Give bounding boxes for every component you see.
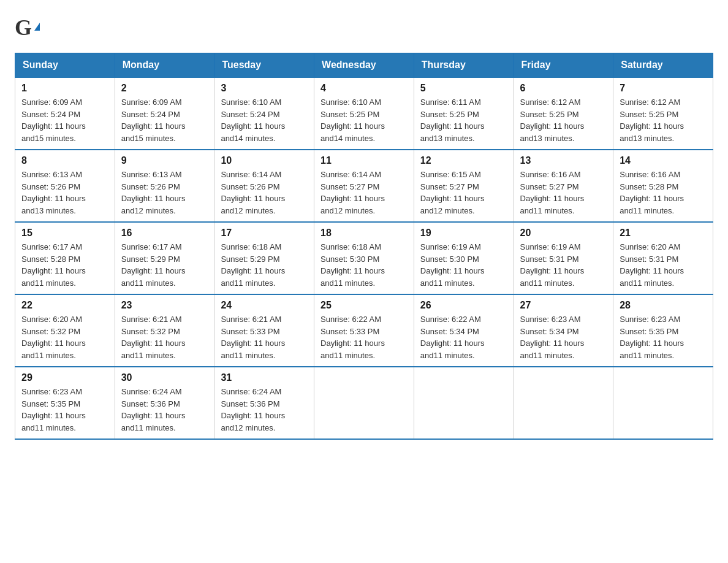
day-number: 2: [121, 83, 208, 94]
day-info: Sunrise: 6:13 AMSunset: 5:26 PMDaylight:…: [21, 169, 108, 216]
calendar-table: SundayMondayTuesdayWednesdayThursdayFrid…: [15, 53, 713, 440]
calendar-cell: 19 Sunrise: 6:19 AMSunset: 5:30 PMDaylig…: [414, 222, 514, 294]
day-number: 1: [21, 83, 108, 94]
day-number: 18: [320, 228, 408, 239]
day-number: 14: [620, 155, 707, 166]
day-number: 22: [21, 300, 108, 311]
day-number: 13: [520, 155, 607, 166]
calendar-cell: 27 Sunrise: 6:23 AMSunset: 5:34 PMDaylig…: [514, 294, 613, 367]
logo: G: [15, 15, 40, 40]
day-info: Sunrise: 6:23 AMSunset: 5:34 PMDaylight:…: [520, 313, 607, 361]
calendar-cell: 31 Sunrise: 6:24 AMSunset: 5:36 PMDaylig…: [214, 367, 314, 439]
page-header: G: [15, 15, 713, 40]
calendar-week-row: 29 Sunrise: 6:23 AMSunset: 5:35 PMDaylig…: [15, 367, 713, 439]
weekday-header-saturday: Saturday: [613, 53, 713, 78]
day-info: Sunrise: 6:18 AMSunset: 5:29 PMDaylight:…: [221, 241, 308, 289]
calendar-cell: 12 Sunrise: 6:15 AMSunset: 5:27 PMDaylig…: [414, 150, 514, 222]
calendar-cell: 11 Sunrise: 6:14 AMSunset: 5:27 PMDaylig…: [314, 150, 414, 222]
calendar-week-row: 8 Sunrise: 6:13 AMSunset: 5:26 PMDayligh…: [15, 150, 713, 222]
calendar-cell: 1 Sunrise: 6:09 AMSunset: 5:24 PMDayligh…: [15, 77, 115, 150]
calendar-cell: 8 Sunrise: 6:13 AMSunset: 5:26 PMDayligh…: [15, 150, 115, 222]
calendar-cell: [314, 367, 414, 439]
day-number: 4: [320, 83, 408, 94]
calendar-cell: 21 Sunrise: 6:20 AMSunset: 5:31 PMDaylig…: [613, 222, 713, 294]
day-info: Sunrise: 6:19 AMSunset: 5:30 PMDaylight:…: [420, 241, 507, 289]
day-info: Sunrise: 6:23 AMSunset: 5:35 PMDaylight:…: [21, 386, 108, 434]
calendar-cell: 29 Sunrise: 6:23 AMSunset: 5:35 PMDaylig…: [15, 367, 115, 439]
day-number: 20: [520, 228, 607, 239]
day-number: 7: [620, 83, 707, 94]
calendar-cell: 3 Sunrise: 6:10 AMSunset: 5:24 PMDayligh…: [214, 77, 314, 150]
day-info: Sunrise: 6:15 AMSunset: 5:27 PMDaylight:…: [420, 169, 507, 216]
day-number: 23: [121, 300, 208, 311]
day-number: 29: [21, 372, 108, 383]
calendar-cell: 5 Sunrise: 6:11 AMSunset: 5:25 PMDayligh…: [414, 77, 514, 150]
calendar-cell: 16 Sunrise: 6:17 AMSunset: 5:29 PMDaylig…: [115, 222, 214, 294]
day-number: 12: [420, 155, 507, 166]
day-info: Sunrise: 6:23 AMSunset: 5:35 PMDaylight:…: [620, 313, 707, 361]
day-info: Sunrise: 6:22 AMSunset: 5:33 PMDaylight:…: [320, 313, 408, 361]
day-info: Sunrise: 6:17 AMSunset: 5:28 PMDaylight:…: [21, 241, 108, 289]
day-number: 26: [420, 300, 507, 311]
calendar-cell: [414, 367, 514, 439]
calendar-cell: 15 Sunrise: 6:17 AMSunset: 5:28 PMDaylig…: [15, 222, 115, 294]
day-info: Sunrise: 6:17 AMSunset: 5:29 PMDaylight:…: [121, 241, 208, 289]
day-info: Sunrise: 6:24 AMSunset: 5:36 PMDaylight:…: [121, 386, 208, 434]
calendar-cell: 22 Sunrise: 6:20 AMSunset: 5:32 PMDaylig…: [15, 294, 115, 367]
calendar-cell: 25 Sunrise: 6:22 AMSunset: 5:33 PMDaylig…: [314, 294, 414, 367]
day-info: Sunrise: 6:21 AMSunset: 5:33 PMDaylight:…: [221, 313, 308, 361]
day-info: Sunrise: 6:16 AMSunset: 5:27 PMDaylight:…: [520, 169, 607, 216]
day-number: 6: [520, 83, 607, 94]
calendar-cell: 18 Sunrise: 6:18 AMSunset: 5:30 PMDaylig…: [314, 222, 414, 294]
day-number: 17: [221, 228, 308, 239]
day-number: 30: [121, 372, 208, 383]
weekday-header-friday: Friday: [514, 53, 613, 78]
calendar-cell: 7 Sunrise: 6:12 AMSunset: 5:25 PMDayligh…: [613, 77, 713, 150]
day-info: Sunrise: 6:11 AMSunset: 5:25 PMDaylight:…: [420, 96, 507, 144]
calendar-cell: 13 Sunrise: 6:16 AMSunset: 5:27 PMDaylig…: [514, 150, 613, 222]
day-number: 8: [21, 155, 108, 166]
logo-g-letter: G: [15, 15, 32, 40]
calendar-cell: 9 Sunrise: 6:13 AMSunset: 5:26 PMDayligh…: [115, 150, 214, 222]
calendar-cell: 14 Sunrise: 6:16 AMSunset: 5:28 PMDaylig…: [613, 150, 713, 222]
day-info: Sunrise: 6:16 AMSunset: 5:28 PMDaylight:…: [620, 169, 707, 216]
weekday-header-thursday: Thursday: [414, 53, 514, 78]
calendar-week-row: 1 Sunrise: 6:09 AMSunset: 5:24 PMDayligh…: [15, 77, 713, 150]
day-number: 5: [420, 83, 507, 94]
weekday-header-wednesday: Wednesday: [314, 53, 414, 78]
day-number: 19: [420, 228, 507, 239]
day-info: Sunrise: 6:09 AMSunset: 5:24 PMDaylight:…: [21, 96, 108, 144]
calendar-cell: 20 Sunrise: 6:19 AMSunset: 5:31 PMDaylig…: [514, 222, 613, 294]
day-number: 21: [620, 228, 707, 239]
day-number: 3: [221, 83, 308, 94]
calendar-cell: 17 Sunrise: 6:18 AMSunset: 5:29 PMDaylig…: [214, 222, 314, 294]
day-info: Sunrise: 6:12 AMSunset: 5:25 PMDaylight:…: [620, 96, 707, 144]
day-info: Sunrise: 6:20 AMSunset: 5:32 PMDaylight:…: [21, 313, 108, 361]
weekday-header-monday: Monday: [115, 53, 214, 78]
day-info: Sunrise: 6:12 AMSunset: 5:25 PMDaylight:…: [520, 96, 607, 144]
calendar-cell: 28 Sunrise: 6:23 AMSunset: 5:35 PMDaylig…: [613, 294, 713, 367]
calendar-cell: 2 Sunrise: 6:09 AMSunset: 5:24 PMDayligh…: [115, 77, 214, 150]
day-number: 16: [121, 228, 208, 239]
day-info: Sunrise: 6:13 AMSunset: 5:26 PMDaylight:…: [121, 169, 208, 216]
weekday-header-sunday: Sunday: [15, 53, 115, 78]
day-info: Sunrise: 6:19 AMSunset: 5:31 PMDaylight:…: [520, 241, 607, 289]
day-info: Sunrise: 6:20 AMSunset: 5:31 PMDaylight:…: [620, 241, 707, 289]
calendar-cell: 24 Sunrise: 6:21 AMSunset: 5:33 PMDaylig…: [214, 294, 314, 367]
calendar-cell: 26 Sunrise: 6:22 AMSunset: 5:34 PMDaylig…: [414, 294, 514, 367]
day-number: 25: [320, 300, 408, 311]
day-number: 28: [620, 300, 707, 311]
weekday-header-tuesday: Tuesday: [214, 53, 314, 78]
calendar-week-row: 22 Sunrise: 6:20 AMSunset: 5:32 PMDaylig…: [15, 294, 713, 367]
day-info: Sunrise: 6:24 AMSunset: 5:36 PMDaylight:…: [221, 386, 308, 434]
calendar-cell: [613, 367, 713, 439]
logo-triangle-icon: [34, 23, 40, 31]
calendar-cell: 30 Sunrise: 6:24 AMSunset: 5:36 PMDaylig…: [115, 367, 214, 439]
day-info: Sunrise: 6:10 AMSunset: 5:24 PMDaylight:…: [221, 96, 308, 144]
day-info: Sunrise: 6:14 AMSunset: 5:27 PMDaylight:…: [320, 169, 408, 216]
calendar-cell: 10 Sunrise: 6:14 AMSunset: 5:26 PMDaylig…: [214, 150, 314, 222]
weekday-header-row: SundayMondayTuesdayWednesdayThursdayFrid…: [15, 53, 713, 78]
day-number: 9: [121, 155, 208, 166]
calendar-cell: 4 Sunrise: 6:10 AMSunset: 5:25 PMDayligh…: [314, 77, 414, 150]
day-number: 11: [320, 155, 408, 166]
